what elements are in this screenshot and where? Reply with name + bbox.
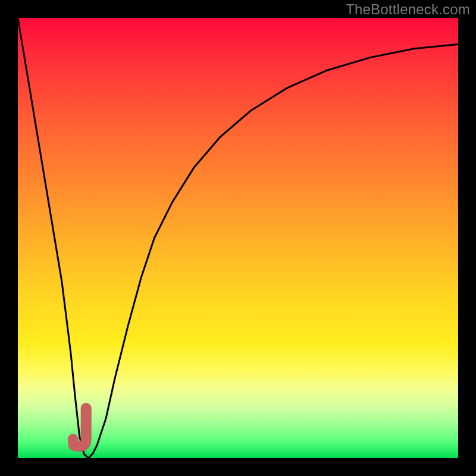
j-marker-dot-icon <box>68 439 80 451</box>
watermark-text: TheBottleneck.com <box>346 1 470 18</box>
plot-area <box>18 18 458 458</box>
optimal-marker-layer <box>18 18 458 458</box>
chart-canvas: TheBottleneck.com <box>0 0 476 476</box>
